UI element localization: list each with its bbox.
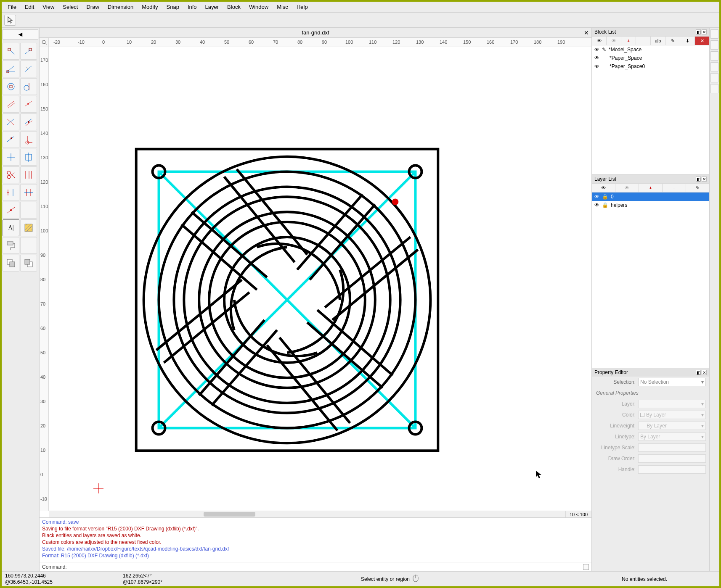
break-single-button[interactable] [3,149,19,166]
block-row-paper-space0[interactable]: 👁*Paper_Space0 [592,62,709,71]
menu-help[interactable]: Help [292,2,312,12]
block-remove-button[interactable]: − [636,37,651,45]
panel-undock-icon[interactable]: ◧ [696,370,701,375]
menu-dimension[interactable]: Dimension [103,2,138,12]
layer-name: 0 [611,194,614,200]
block-row-model-space[interactable]: 👁✎*Model_Space [592,45,709,54]
send-back-button[interactable] [20,255,37,272]
back-button[interactable]: ◄ [3,29,38,40]
mini-btn-3[interactable] [710,51,718,61]
bring-front-button[interactable] [3,255,19,272]
break-out-button[interactable] [20,149,37,166]
text-tool-button[interactable]: A| [3,219,19,236]
drawing-viewport[interactable] [49,47,591,511]
snap-tangent-button[interactable] [20,78,37,95]
selection-dropdown[interactable]: No Selection▾ [638,378,706,386]
menu-info[interactable]: Info [183,2,201,12]
menu-file[interactable]: File [3,2,21,12]
pencil-icon: ✎ [602,47,606,53]
command-toggle-button[interactable] [583,564,589,570]
panel-undock-icon[interactable]: ◧ [696,177,701,182]
menu-draw[interactable]: Draw [82,2,103,12]
layer-dropdown[interactable]: ▾ [638,400,706,408]
top-toolbar [2,13,719,28]
menu-layer[interactable]: Layer [201,2,223,12]
mini-btn-4[interactable] [710,62,718,71]
svg-point-17 [28,121,29,123]
snap-midpoint-button[interactable] [20,113,37,130]
trim-button[interactable] [3,166,19,183]
menu-modify[interactable]: Modify [138,2,162,12]
linetype-scale-field[interactable] [638,443,706,452]
menu-window[interactable]: Window [245,2,273,12]
layer-list-title: Layer List [594,176,616,182]
block-rename-button[interactable]: alb [651,37,665,45]
snap-intersection-button[interactable] [3,113,19,130]
snap-nearest-button[interactable] [20,61,37,77]
block-insert-button[interactable]: ⬇ [680,37,695,45]
handle-field[interactable] [638,465,706,474]
draw-order-field[interactable] [638,454,706,463]
layer-edit-button[interactable]: ✎ [686,184,709,192]
layer-row-0[interactable]: 👁🔒0 [592,192,709,201]
eye-icon: 👁 [594,194,599,200]
block-add-button[interactable]: + [621,37,636,45]
selection-status: No entities selected. [573,576,716,582]
svg-point-45 [42,40,45,44]
layer-list: 👁🔒0 👁🔒helpers [592,192,709,368]
horizontal-scrollbar[interactable] [49,511,565,517]
layer-hide-all-button[interactable]: 👁 [615,184,639,192]
menu-snap[interactable]: Snap [162,2,183,12]
lineweight-dropdown[interactable]: — By Layer▾ [638,422,706,430]
snap-grid-button[interactable] [3,131,19,148]
block-edit-button[interactable]: ✎ [665,37,680,45]
block-row-paper-space[interactable]: 👁*Paper_Space [592,54,709,62]
mini-btn-6[interactable] [710,84,718,93]
block-close-edit-button[interactable]: ✕ [695,37,709,45]
scroll-thumb[interactable] [204,512,255,517]
pointer-tool-button[interactable] [4,15,16,26]
hatch-tool-button[interactable] [20,219,37,236]
snap-perpendicular-button[interactable] [20,43,37,60]
extend-button[interactable] [20,166,37,183]
mini-btn-5[interactable] [710,73,718,82]
panel-close-icon[interactable]: ✕ [702,29,707,34]
panel-close-icon[interactable]: ✕ [702,370,707,375]
mini-btn-2[interactable] [710,40,718,50]
eye-icon: 👁 [597,38,602,43]
snap-angle-button[interactable] [3,61,19,77]
block-hide-all-button[interactable]: 👁 [607,37,621,45]
panel-undock-icon[interactable]: ◧ [696,29,701,34]
layer-remove-button[interactable]: − [663,184,686,192]
block-show-all-button[interactable]: 👁 [592,37,607,45]
panel-close-icon[interactable]: ✕ [702,177,707,182]
command-line[interactable]: Command: [40,562,591,571]
layer-list-toolbar: 👁 👁 + − ✎ [592,183,709,192]
join-button[interactable] [3,184,19,201]
menu-block[interactable]: Block [223,2,245,12]
layer-show-all-button[interactable]: 👁 [592,184,615,192]
divide-button[interactable] [20,184,37,201]
snap-endpoint-button[interactable] [3,43,19,60]
single-line-button[interactable] [3,202,19,219]
relative-coordinate: @36.6453,-101.4525 [5,579,123,585]
snap-extension-button[interactable] [20,96,37,113]
color-dropdown[interactable]: By Layer▾ [638,411,706,419]
snap-center-button[interactable] [3,78,19,95]
menu-misc[interactable]: Misc [273,2,292,12]
ruler-corner-button[interactable] [40,38,49,47]
layer-add-button[interactable]: + [639,184,663,192]
linetype-dropdown[interactable]: By Layer▾ [638,432,706,441]
snap-parallel-button[interactable] [3,96,19,113]
pointer-icon [7,16,13,24]
mini-btn-1[interactable] [710,29,718,39]
layer-row-helpers[interactable]: 👁🔒helpers [592,201,709,209]
menu-view[interactable]: View [38,2,58,12]
paint-roller-button[interactable] [3,237,19,254]
menu-edit[interactable]: Edit [21,2,38,12]
zoom-extents-icon [41,40,47,45]
snap-orthogonal-button[interactable] [20,131,37,148]
menu-select[interactable]: Select [58,2,82,12]
svg-rect-40 [7,242,13,245]
close-document-icon[interactable]: ✕ [584,29,589,36]
